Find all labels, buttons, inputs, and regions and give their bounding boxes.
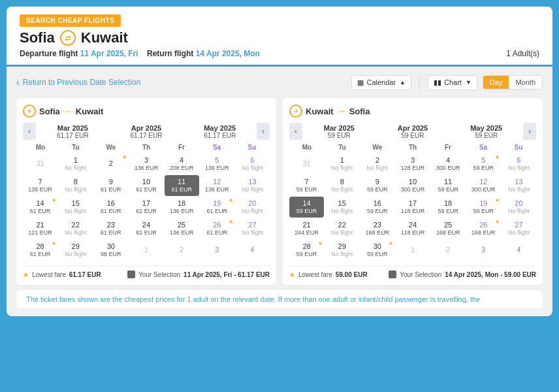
- calendar-day[interactable]: 1: [395, 240, 430, 261]
- day-price: 61 EUR: [101, 186, 121, 193]
- day-price: 168 EUR: [471, 229, 496, 237]
- calendar-day[interactable]: ★1461 EUR: [23, 197, 57, 218]
- calendar-day[interactable]: 759 EUR: [289, 175, 324, 196]
- calendar-day[interactable]: 959 EUR: [360, 175, 394, 196]
- day-number: 8: [74, 178, 78, 186]
- day-toggle-button[interactable]: Day: [483, 76, 509, 89]
- calendar-day[interactable]: 1459 EUR: [289, 197, 324, 218]
- calendar-day[interactable]: 3128 EUR: [395, 154, 430, 174]
- day-number: 13: [248, 178, 256, 186]
- calendar-day[interactable]: 6No flight: [502, 154, 536, 174]
- calendar-day[interactable]: 21244 EUR: [289, 218, 324, 239]
- calendar-day[interactable]: 1No flight: [58, 154, 93, 174]
- calendar-day[interactable]: 2No flight: [360, 154, 394, 174]
- calendar-day[interactable]: 2461 EUR: [129, 218, 163, 239]
- calendar-day[interactable]: 20No flight: [502, 197, 536, 218]
- right-next-month-button[interactable]: ›: [523, 123, 536, 140]
- calendar-day[interactable]: 13No flight: [502, 175, 536, 196]
- calendar-day[interactable]: 24118 EUR: [395, 218, 430, 239]
- calendar-day[interactable]: ★1961 EUR: [200, 197, 234, 218]
- calendar-day[interactable]: 22No flight: [325, 218, 359, 239]
- back-link[interactable]: ‹ Return to Previous Date Selection: [16, 77, 140, 88]
- calendar-day[interactable]: 2: [431, 240, 466, 261]
- day-number: 6: [250, 156, 254, 165]
- calendar-day[interactable]: 10300 EUR: [395, 175, 430, 196]
- calendar-day[interactable]: ★2: [93, 154, 128, 174]
- calendar-day[interactable]: 3: [200, 240, 234, 261]
- calendar-day[interactable]: 29No flight: [58, 240, 93, 261]
- calendar-day[interactable]: 7136 EUR: [23, 175, 57, 196]
- calendar-day[interactable]: ★2861 EUR: [23, 240, 57, 261]
- calendar-day[interactable]: 6No flight: [235, 154, 270, 174]
- calendar-day[interactable]: 13No flight: [235, 175, 270, 196]
- calendar-day[interactable]: 12300 EUR: [466, 175, 501, 196]
- calendar-day[interactable]: 31: [23, 154, 57, 174]
- calendar-day[interactable]: ★1959 EUR: [466, 197, 501, 218]
- calendar-day[interactable]: 4: [235, 240, 270, 261]
- month-header: May 202559 EUR: [449, 124, 523, 139]
- day-number: 24: [409, 221, 417, 229]
- calendar-day[interactable]: 23168 EUR: [360, 218, 394, 239]
- day-price: 59 EUR: [438, 186, 458, 193]
- calendar-day[interactable]: 18136 EUR: [165, 197, 199, 218]
- day-price: No flight: [331, 165, 353, 172]
- calendar-day[interactable]: 27No flight: [235, 218, 270, 239]
- calendar-day[interactable]: 15No flight: [58, 197, 93, 218]
- calendar-day[interactable]: 4: [502, 240, 536, 261]
- calendar-day[interactable]: 12136 EUR: [200, 175, 234, 196]
- calendar-day[interactable]: 25136 EUR: [165, 218, 199, 239]
- calendar-day[interactable]: 1161 EUR: [165, 175, 199, 196]
- calendar-day[interactable]: 1859 EUR: [431, 197, 466, 218]
- calendar-day[interactable]: 1659 EUR: [360, 197, 394, 218]
- day-number: 29: [338, 242, 346, 251]
- calendar-day[interactable]: 15No flight: [325, 197, 359, 218]
- calendar-day[interactable]: 961 EUR: [93, 175, 128, 196]
- calendar-day[interactable]: 1No flight: [325, 154, 359, 174]
- right-prev-month-button[interactable]: ‹: [289, 123, 302, 140]
- calendar-day[interactable]: 1661 EUR: [93, 197, 128, 218]
- day-of-week-header: Su: [501, 142, 536, 152]
- calendar-day[interactable]: 22No flight: [58, 218, 93, 239]
- chart-view-button[interactable]: ▮▮ Chart ▼: [428, 75, 477, 90]
- calendar-day[interactable]: ★2859 EUR: [289, 240, 324, 261]
- calendar-day[interactable]: ★3059 EUR: [360, 240, 394, 261]
- day-price: No flight: [331, 208, 353, 215]
- left-prev-month-button[interactable]: ‹: [23, 123, 36, 140]
- calendar-day[interactable]: 27No flight: [502, 218, 536, 239]
- calendar-day[interactable]: 20No flight: [235, 197, 270, 218]
- calendar-day[interactable]: 1761 EUR: [129, 197, 163, 218]
- calendar-view-button[interactable]: ▦ Calendar ▲: [351, 75, 411, 90]
- day-of-week-header: Fr: [164, 142, 199, 152]
- calendar-day[interactable]: 3098 EUR: [93, 240, 128, 261]
- day-number: 15: [72, 199, 80, 208]
- day-price: 118 EUR: [401, 208, 425, 215]
- calendar-day[interactable]: ★559 EUR: [466, 154, 501, 174]
- calendar-day[interactable]: 25168 EUR: [431, 218, 466, 239]
- calendar-day[interactable]: 1061 EUR: [129, 175, 163, 196]
- day-number: 19: [213, 199, 221, 208]
- calendar-day[interactable]: 3: [466, 240, 501, 261]
- calendar-day[interactable]: 4300 EUR: [431, 154, 466, 174]
- calendar-day[interactable]: 2: [165, 240, 199, 261]
- calendar-day[interactable]: 2361 EUR: [93, 218, 128, 239]
- calendar-day[interactable]: 5136 EUR: [200, 154, 234, 174]
- calendar-day[interactable]: 4208 EUR: [165, 154, 199, 174]
- calendar-day[interactable]: 3136 EUR: [129, 154, 163, 174]
- calendar-day[interactable]: 1: [129, 240, 163, 261]
- calendar-day[interactable]: 17118 EUR: [395, 197, 430, 218]
- search-cheap-flights-button[interactable]: SEARCH CHEAP FLIGHTS: [20, 14, 121, 27]
- calendar-day[interactable]: ★26168 EUR: [466, 218, 501, 239]
- calendar-day[interactable]: 29No flight: [325, 240, 359, 261]
- calendar-day[interactable]: 8No flight: [325, 175, 359, 196]
- day-number: 28: [302, 242, 310, 251]
- left-next-month-button[interactable]: ›: [257, 123, 270, 140]
- calendar-day[interactable]: ★2661 EUR: [200, 218, 234, 239]
- calendar-day[interactable]: 1159 EUR: [431, 175, 466, 196]
- calendar-day[interactable]: 31: [289, 154, 324, 174]
- swap-icon[interactable]: ⇄: [60, 30, 76, 46]
- calendar-day[interactable]: 8No flight: [58, 175, 93, 196]
- chart-icon: ▮▮: [434, 78, 441, 87]
- day-price: 61 EUR: [207, 229, 228, 237]
- month-toggle-button[interactable]: Month: [509, 76, 542, 89]
- calendar-day[interactable]: 21121 EUR: [23, 218, 57, 239]
